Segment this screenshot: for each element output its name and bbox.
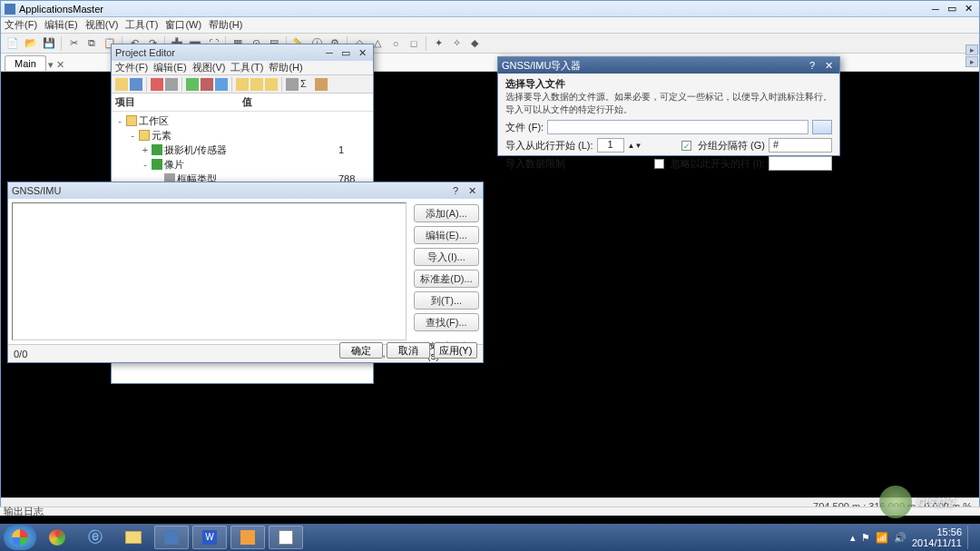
menu-window[interactable]: 窗口(W) [165,18,201,32]
tab-close-icon[interactable]: ▾ ✕ [48,59,64,71]
stddev-button[interactable]: 标准差(D)... [414,270,479,288]
toolbar-separator [281,77,282,92]
pe-folder-icon[interactable] [250,78,263,91]
pe-filter-icon[interactable] [315,78,328,91]
pe-sigma-icon[interactable]: Σ [300,78,313,91]
tray-volume-icon[interactable]: 🔊 [894,532,906,544]
tb-tool-icon[interactable]: ✧ [448,35,465,52]
pe-menu-tools[interactable]: 工具(T) [230,61,263,74]
tray-network-icon[interactable]: 📶 [876,532,888,544]
find-button[interactable]: 查找(F)... [414,313,479,331]
pe-folder-icon[interactable] [265,78,278,91]
ignore-label: 忽略以此开头的行 (I): [671,157,766,171]
edit-button[interactable]: 编辑(E)... [414,226,479,244]
tb-save-icon[interactable]: 💾 [41,35,57,52]
group-char-input[interactable]: # [769,138,832,153]
help-button[interactable]: ? [448,184,463,197]
pe-menu-edit[interactable]: 编辑(E) [153,61,187,74]
tb-cut-icon[interactable]: ✂ [65,35,82,52]
cancel-button[interactable]: 取消 [387,342,430,359]
app-titlebar[interactable]: ApplicationsMaster ─ ▭ ✕ [1,1,979,17]
pe-sort-icon[interactable] [286,78,299,91]
app-menubar: 文件(F) 编辑(E) 视图(V) 工具(T) 窗口(W) 帮助(H) [1,17,979,34]
import-button[interactable]: 导入(I)... [414,248,479,266]
tb-tool-icon[interactable]: ◆ [466,35,483,52]
project-editor-titlebar[interactable]: Project Editor ─ ▭ ✕ [112,44,373,61]
tb-new-icon[interactable]: 📄 [5,35,21,52]
ignore-checkbox[interactable] [654,159,664,169]
show-desktop-button[interactable] [967,526,973,549]
word-icon: W [202,530,217,545]
tree-col-value: 值 [242,95,252,109]
tray-clock[interactable]: 15:56 2014/11/11 [912,526,962,548]
taskbar-item[interactable] [230,526,265,549]
file-input[interactable] [547,120,808,134]
tray-flag-icon[interactable]: ⚑ [861,532,870,544]
tb-tool-icon[interactable]: □ [406,35,422,52]
pe-menu-file[interactable]: 文件(F) [115,61,148,74]
close-button[interactable]: ✕ [821,59,836,72]
taskbar-item[interactable] [40,526,74,549]
taskbar-item[interactable] [269,526,303,549]
output-panel[interactable]: 输出日志 [0,507,980,516]
spinner-icon[interactable]: ▲▼ [628,142,642,150]
tree-row[interactable]: -元素 [115,128,369,143]
browse-button[interactable] [812,120,832,134]
pe-flag-icon[interactable] [151,78,163,91]
help-button[interactable]: ? [805,59,819,72]
taskbar-item[interactable] [154,526,189,549]
add-button[interactable]: 添加(A)... [414,204,479,222]
gnss-imu-titlebar[interactable]: GNSS/IMU ? ✕ [8,182,483,199]
apply-button[interactable]: 应用(Y) [434,342,477,359]
start-button[interactable] [4,525,36,550]
start-line-label: 导入从此行开始 (L): [505,139,593,153]
tb-copy-icon[interactable]: ⧉ [83,35,100,52]
panel-toggle[interactable]: ▸ [965,44,978,55]
minimize-button[interactable]: ─ [322,46,337,59]
gnss-imu-list[interactable] [12,202,407,340]
toolbar-separator [426,36,426,51]
group-sep-checkbox[interactable] [681,141,691,151]
ignore-char-input[interactable] [769,156,832,171]
tb-open-icon[interactable]: 📂 [23,35,39,52]
menu-file[interactable]: 文件(F) [5,18,37,32]
to-button[interactable]: 到(T)... [414,291,479,310]
tree-row[interactable]: -工作区 [115,113,369,128]
panel-toggle[interactable]: ▸ [965,56,978,67]
tree-row[interactable]: -像片 [115,157,369,172]
pe-save-icon[interactable] [130,78,142,91]
start-line-input[interactable]: 1 [597,138,624,153]
maximize-button[interactable]: ▭ [945,3,959,15]
tb-tool-icon[interactable]: ○ [387,35,404,52]
menu-help[interactable]: 帮助(H) [209,18,242,32]
close-button[interactable]: ✕ [961,3,975,15]
close-button[interactable]: ✕ [465,184,479,197]
minimize-button[interactable]: ─ [928,3,943,15]
explorer-icon [125,531,142,544]
tb-tool-icon[interactable]: ✦ [430,35,446,52]
menu-view[interactable]: 视图(V) [85,18,119,32]
paint-icon [240,530,255,545]
taskbar-item[interactable]: W [192,526,227,549]
pe-refresh-icon[interactable] [215,78,228,91]
pe-open-icon[interactable] [115,78,128,91]
import-wizard-titlebar[interactable]: GNSS/IMU导入器 ? ✕ [498,57,839,74]
pe-menu-help[interactable]: 帮助(H) [269,61,302,74]
tab-main[interactable]: Main [5,55,46,71]
pe-folder-icon[interactable] [236,78,249,91]
maximize-button[interactable]: ▭ [338,46,353,59]
tree-row[interactable]: +摄影机/传感器1 [115,143,369,157]
pe-wand-icon[interactable] [165,78,178,91]
taskbar-item[interactable] [116,526,151,549]
menu-tools[interactable]: 工具(T) [125,18,158,32]
tray-up-icon[interactable]: ▴ [850,532,856,544]
pe-add-icon[interactable] [186,78,199,91]
chrome-icon [49,529,65,546]
ok-button[interactable]: 确定 [339,342,383,359]
windows-icon [12,529,28,546]
pe-menu-view[interactable]: 视图(V) [192,61,226,74]
taskbar-item[interactable]: ⓔ [78,526,113,549]
menu-edit[interactable]: 编辑(E) [44,18,78,32]
pe-remove-icon[interactable] [201,78,213,91]
close-button[interactable]: ✕ [355,46,369,59]
